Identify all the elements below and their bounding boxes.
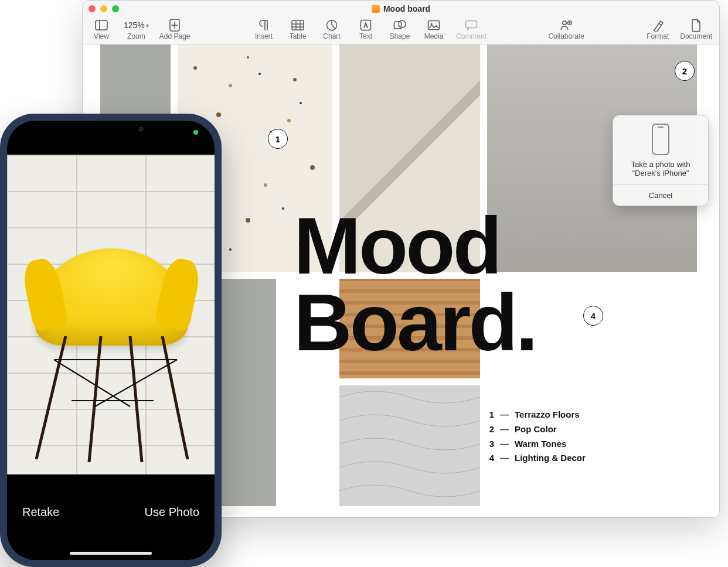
svg-point-28 [258, 73, 261, 75]
svg-rect-3 [292, 21, 304, 30]
svg-point-23 [229, 84, 232, 87]
legend-num: 2 [486, 422, 494, 437]
shape-button[interactable]: Shape [388, 18, 411, 40]
text-button[interactable]: Text [354, 18, 377, 40]
svg-rect-10 [465, 21, 477, 28]
close-icon[interactable] [89, 5, 96, 12]
legend-label: Lighting & Decor [515, 451, 586, 466]
table-button[interactable]: Table [286, 18, 309, 40]
svg-point-7 [399, 21, 406, 28]
image-fur[interactable] [339, 385, 480, 506]
toolbar-label: Media [424, 32, 444, 40]
chair-legs [30, 336, 195, 471]
callout-label: 1 [275, 134, 280, 144]
window-titlebar: Mood board [83, 1, 719, 17]
svg-line-36 [130, 336, 142, 462]
toolbar-label: Text [359, 32, 372, 40]
media-button[interactable]: Media [422, 18, 445, 40]
media-icon [427, 18, 440, 32]
svg-point-32 [229, 248, 232, 251]
popover-text-line1: Take a photo with [619, 160, 702, 169]
legend-row: 3—Warm Tones [486, 437, 586, 452]
camera-confirm-bar: Retake Use Photo [7, 474, 215, 560]
chart-button[interactable]: Chart [320, 18, 343, 40]
sidebar-icon [95, 18, 108, 32]
legend-label: Pop Color [515, 422, 557, 437]
legend-label: Warm Tones [515, 437, 566, 452]
cancel-button[interactable]: Cancel [613, 185, 708, 206]
collaborate-button[interactable]: Collaborate [548, 18, 584, 40]
legend-num: 4 [486, 451, 494, 466]
zoom-icon[interactable] [112, 5, 119, 12]
toolbar-label: Shape [390, 32, 410, 40]
collaborate-icon [559, 18, 573, 32]
zoom-value: 125% [124, 21, 145, 30]
page-title-line1: Mood [294, 207, 536, 284]
legend-row: 2—Pop Color [486, 422, 586, 437]
home-indicator[interactable] [70, 552, 152, 555]
insert-button[interactable]: Insert [252, 18, 275, 40]
format-icon [652, 18, 664, 32]
svg-line-35 [89, 336, 101, 462]
legend-row: 4—Lighting & Decor [486, 451, 586, 466]
format-button[interactable]: Format [646, 18, 669, 40]
camera-active-indicator-icon [193, 130, 198, 135]
svg-rect-6 [394, 22, 401, 29]
camera-viewfinder[interactable] [7, 155, 215, 474]
svg-point-24 [287, 119, 291, 122]
window-title-text: Mood board [383, 4, 430, 13]
toolbar-label: Document [680, 32, 712, 40]
svg-line-34 [36, 336, 66, 459]
toolbar-label: Zoom [127, 32, 145, 40]
page-title: Mood Board. [294, 207, 536, 361]
view-button[interactable]: View [90, 18, 113, 40]
iphone-icon [652, 124, 669, 155]
toolbar: View 125% ▾ Zoom Add Page [83, 17, 719, 45]
popover-text-line2: "Derek's iPhone" [619, 169, 702, 177]
svg-line-37 [162, 336, 188, 459]
svg-rect-33 [339, 385, 480, 506]
svg-point-15 [247, 56, 249, 59]
toolbar-label: Collaborate [548, 32, 584, 40]
svg-point-29 [300, 102, 302, 104]
window-traffic-lights [89, 5, 119, 12]
callout-label: 4 [591, 311, 596, 321]
comment-icon [465, 18, 478, 32]
chart-icon [326, 18, 338, 32]
retake-button[interactable]: Retake [22, 505, 59, 519]
document-button[interactable]: Document [680, 18, 712, 40]
iphone-device: Retake Use Photo [0, 114, 222, 567]
svg-point-21 [246, 218, 250, 223]
svg-point-17 [216, 112, 221, 117]
toolbar-label: Insert [255, 32, 273, 40]
take-photo-popover: Take a photo with "Derek's iPhone" Cance… [613, 115, 709, 206]
svg-point-19 [310, 165, 315, 170]
shape-icon [393, 18, 406, 32]
toolbar-label: Add Page [159, 32, 190, 40]
svg-rect-0 [96, 21, 107, 30]
svg-point-26 [264, 183, 267, 187]
chevron-down-icon: ▾ [146, 22, 149, 29]
callout-label: 2 [682, 66, 687, 76]
legend-row: 1—Terrazzo Floors [486, 408, 586, 422]
use-photo-button[interactable]: Use Photo [145, 505, 199, 519]
callout-1[interactable]: 1 [268, 129, 288, 149]
callout-2[interactable]: 2 [675, 61, 695, 81]
svg-point-14 [193, 66, 197, 70]
callout-4[interactable]: 4 [583, 306, 603, 326]
toolbar-label: Table [290, 32, 307, 40]
minimize-icon[interactable] [100, 5, 107, 12]
toolbar-label: Format [647, 32, 669, 40]
svg-point-11 [563, 21, 566, 25]
svg-point-16 [293, 78, 297, 81]
zoom-button[interactable]: 125% ▾ Zoom [124, 18, 149, 40]
svg-line-39 [54, 360, 130, 407]
toolbar-label: Comment [456, 32, 487, 40]
table-icon [291, 18, 304, 32]
add-page-button[interactable]: Add Page [159, 18, 190, 40]
legend-num: 1 [486, 408, 494, 422]
page-title-line2: Board. [294, 284, 536, 361]
comment-button: Comment [456, 18, 487, 40]
toolbar-label: Chart [323, 32, 340, 40]
svg-point-31 [282, 207, 284, 210]
